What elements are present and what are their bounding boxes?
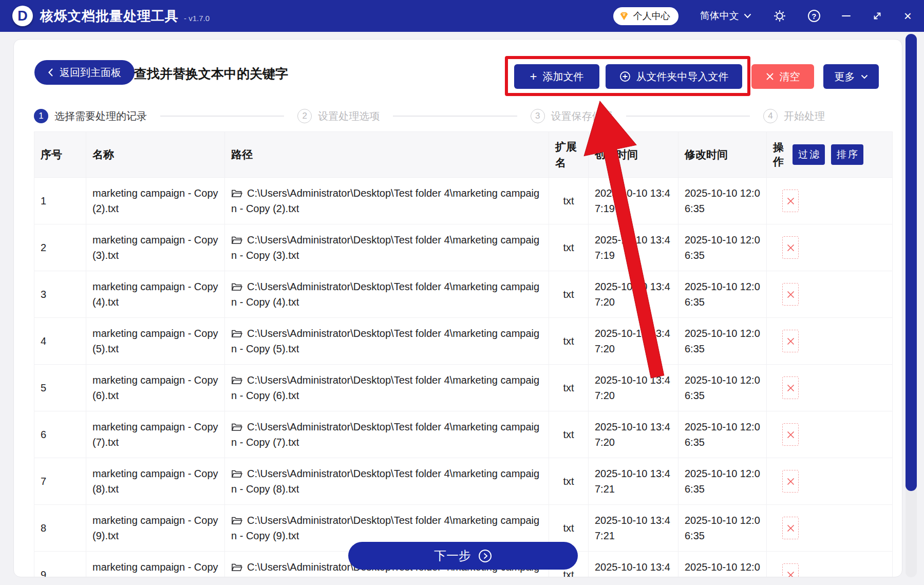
cell-name: marketing campaign - Copy (5).txt <box>86 318 225 365</box>
delete-row-button[interactable] <box>782 190 799 212</box>
import-folder-button[interactable]: 从文件夹中导入文件 <box>606 64 742 89</box>
cell-modified: 2025-10-10 12:06:35 <box>678 411 767 458</box>
delete-row-button[interactable] <box>782 330 799 352</box>
cell-modified: 2025-10-10 12:06:35 <box>678 365 767 411</box>
col-header-index: 序号 <box>34 132 86 178</box>
cell-path: C:\Users\Administrator\Desktop\Test fold… <box>225 458 549 505</box>
cell-action <box>767 411 893 458</box>
settings-gear-icon[interactable] <box>773 9 786 23</box>
cell-ext: txt <box>549 224 589 271</box>
user-center-button[interactable]: V 个人中心 <box>613 7 678 25</box>
page-title: 查找并替换文本中的关键字 <box>134 65 288 82</box>
maximize-icon[interactable] <box>872 11 882 21</box>
cell-action <box>767 178 893 224</box>
cell-name: marketing campaign - Copy (7).txt <box>86 411 225 458</box>
cell-action <box>767 458 893 505</box>
delete-row-button[interactable] <box>782 517 799 539</box>
cell-name: marketing campaign - Copy (9).txt <box>86 505 225 552</box>
step-4-start: 4 开始处理 <box>763 109 825 123</box>
app-version: - v1.7.0 <box>184 14 210 23</box>
window-scrollbar-track <box>906 34 917 577</box>
delete-row-button[interactable] <box>782 470 799 493</box>
col-header-created: 创建时间 <box>589 132 678 178</box>
step-4-circle: 4 <box>763 109 778 123</box>
filter-button[interactable]: 过滤 <box>793 144 825 165</box>
main-panel: 返回到主面板 查找并替换文本中的关键字 + 添加文件 从文件夹中导入文件 清空 … <box>13 39 902 577</box>
delete-row-button[interactable] <box>782 283 799 306</box>
step-3-circle: 3 <box>531 109 545 123</box>
next-step-button[interactable]: 下一步 <box>348 542 578 570</box>
cell-created: 2025-10-10 13:47:20 <box>589 271 678 318</box>
table-row: 5 marketing campaign - Copy (6).txt C:\U… <box>34 365 893 411</box>
cell-modified: 2025-10-10 12:06:35 <box>678 224 767 271</box>
cell-name: marketing campaign - Copy (2).txt <box>86 178 225 224</box>
cell-name: marketing campaign - Copy (4).txt <box>86 271 225 318</box>
step-2-circle: 2 <box>297 109 312 123</box>
cell-action <box>767 552 893 578</box>
folder-icon <box>231 516 243 526</box>
cell-ext: txt <box>549 411 589 458</box>
window-scrollbar-thumb[interactable] <box>906 34 917 491</box>
folder-icon <box>231 422 243 432</box>
delete-x-icon <box>786 571 795 578</box>
folder-icon <box>231 282 243 292</box>
table-row: 4 marketing campaign - Copy (5).txt C:\U… <box>34 318 893 365</box>
table-row: 7 marketing campaign - Copy (8).txt C:\U… <box>34 458 893 505</box>
delete-row-button[interactable] <box>782 236 799 259</box>
cell-modified: 2025-10-10 12:06:35 <box>678 318 767 365</box>
delete-x-icon <box>786 337 795 346</box>
close-icon[interactable]: × <box>904 11 912 21</box>
app-title: 核烁文档批量处理工具 <box>40 7 179 25</box>
clear-label: 清空 <box>780 70 800 84</box>
cell-index: 1 <box>34 178 86 224</box>
minimize-icon[interactable] <box>842 15 851 16</box>
delete-x-icon <box>786 384 795 392</box>
cell-name: marketing campaign - Copy (3).txt <box>86 224 225 271</box>
delete-x-icon <box>786 290 795 299</box>
back-to-dashboard-button[interactable]: 返回到主面板 <box>34 60 135 85</box>
cell-created: 2025-10-10 13:47:21 <box>589 458 678 505</box>
more-button[interactable]: 更多 <box>823 64 879 89</box>
cell-path: C:\Users\Administrator\Desktop\Test fold… <box>225 178 549 224</box>
next-arrow-icon <box>478 549 492 563</box>
cell-ext: txt <box>549 458 589 505</box>
file-table: 序号 名称 路径 扩展名 创建时间 修改时间 操作 过滤 排序 1 market… <box>34 131 893 577</box>
folder-icon <box>231 235 243 246</box>
folder-icon <box>231 469 243 479</box>
step-2-options: 2 设置处理选项 <box>297 109 380 123</box>
delete-x-icon <box>786 243 795 252</box>
cell-modified: 2025-10-10 12:06:35 <box>678 552 767 578</box>
language-selector[interactable]: 简体中文 <box>700 9 751 23</box>
cell-action <box>767 365 893 411</box>
delete-row-button[interactable] <box>782 423 799 446</box>
cell-name: marketing campaign - Copy (6).txt <box>86 365 225 411</box>
cell-created: 2025-10-10 13:47:20 <box>589 365 678 411</box>
cell-name: marketing campaign - Copy (8).txt <box>86 458 225 505</box>
table-body: 1 marketing campaign - Copy (2).txt C:\U… <box>34 178 893 578</box>
cell-index: 4 <box>34 318 86 365</box>
clear-button[interactable]: 清空 <box>751 64 814 89</box>
language-label: 简体中文 <box>700 9 739 23</box>
add-file-button[interactable]: + 添加文件 <box>514 64 599 89</box>
cell-index: 6 <box>34 411 86 458</box>
step-indicator: 1 选择需要处理的记录 2 设置处理选项 3 设置保存位置 4 开始处理 <box>34 107 825 125</box>
cell-index: 8 <box>34 505 86 552</box>
delete-row-button[interactable] <box>782 376 799 399</box>
chevron-down-icon <box>744 13 751 18</box>
table-row: 3 marketing campaign - Copy (4).txt C:\U… <box>34 271 893 318</box>
col-header-path: 路径 <box>225 132 549 178</box>
delete-row-button[interactable] <box>782 563 799 577</box>
cell-ext: txt <box>549 318 589 365</box>
cell-action <box>767 318 893 365</box>
chevron-down-icon <box>861 74 868 79</box>
cell-created: 2025-10-10 13:47:21 <box>589 552 678 578</box>
sort-button[interactable]: 排序 <box>831 144 863 165</box>
folder-icon <box>231 375 243 386</box>
delete-x-icon <box>786 477 795 486</box>
cell-modified: 2025-10-10 12:06:35 <box>678 271 767 318</box>
app-logo-icon: D <box>12 6 33 26</box>
delete-x-icon <box>786 197 795 205</box>
cell-modified: 2025-10-10 12:06:35 <box>678 458 767 505</box>
next-step-label: 下一步 <box>434 548 471 564</box>
help-icon[interactable]: ? <box>808 10 820 22</box>
